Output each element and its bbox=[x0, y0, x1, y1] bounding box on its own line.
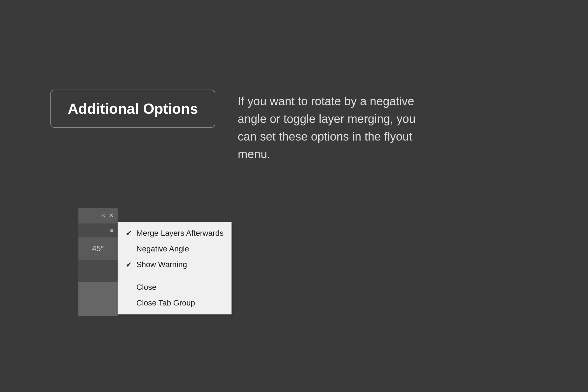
flyout-label-negative-angle: Negative Angle bbox=[136, 244, 189, 253]
angle-value: 45° bbox=[92, 244, 104, 253]
description-text: If you want to rotate by a negative angl… bbox=[238, 90, 434, 163]
panel-menu-row: ≡ bbox=[78, 223, 118, 237]
flyout-label-show-warning: Show Warning bbox=[136, 260, 187, 269]
flyout-label-close-tab-group: Close Tab Group bbox=[136, 298, 195, 307]
flyout-bottom-section: Close Close Tab Group bbox=[118, 276, 231, 314]
flyout-item-close[interactable]: Close bbox=[118, 279, 231, 295]
panel-empty-row bbox=[78, 260, 118, 282]
top-section: Additional Options If you want to rotate… bbox=[50, 90, 588, 163]
hamburger-icon[interactable]: ≡ bbox=[110, 227, 114, 234]
main-container: Additional Options If you want to rotate… bbox=[0, 0, 588, 392]
flyout-menu: ✔ Merge Layers Afterwards Negative Angle… bbox=[118, 222, 232, 314]
flyout-label-merge-layers: Merge Layers Afterwards bbox=[136, 229, 223, 238]
flyout-item-merge-layers[interactable]: ✔ Merge Layers Afterwards bbox=[118, 225, 231, 241]
panel-area: « ✕ ≡ 45° ✔ Merge Layers Afterwards Nega… bbox=[78, 208, 588, 316]
additional-options-button[interactable]: Additional Options bbox=[50, 90, 215, 128]
panel-widget: « ✕ ≡ 45° bbox=[78, 208, 118, 316]
flyout-item-negative-angle[interactable]: Negative Angle bbox=[118, 241, 231, 257]
check-merge-layers: ✔ bbox=[126, 229, 132, 238]
panel-bottom-area bbox=[78, 282, 118, 316]
flyout-item-show-warning[interactable]: ✔ Show Warning bbox=[118, 257, 231, 272]
check-show-warning: ✔ bbox=[126, 260, 132, 269]
collapse-icon[interactable]: « bbox=[102, 212, 105, 219]
flyout-item-close-tab-group[interactable]: Close Tab Group bbox=[118, 295, 231, 311]
close-panel-icon[interactable]: ✕ bbox=[109, 212, 114, 219]
panel-header: « ✕ bbox=[78, 208, 118, 223]
flyout-top-section: ✔ Merge Layers Afterwards Negative Angle… bbox=[118, 222, 231, 276]
flyout-label-close: Close bbox=[136, 283, 157, 292]
panel-angle-row: 45° bbox=[78, 237, 118, 260]
